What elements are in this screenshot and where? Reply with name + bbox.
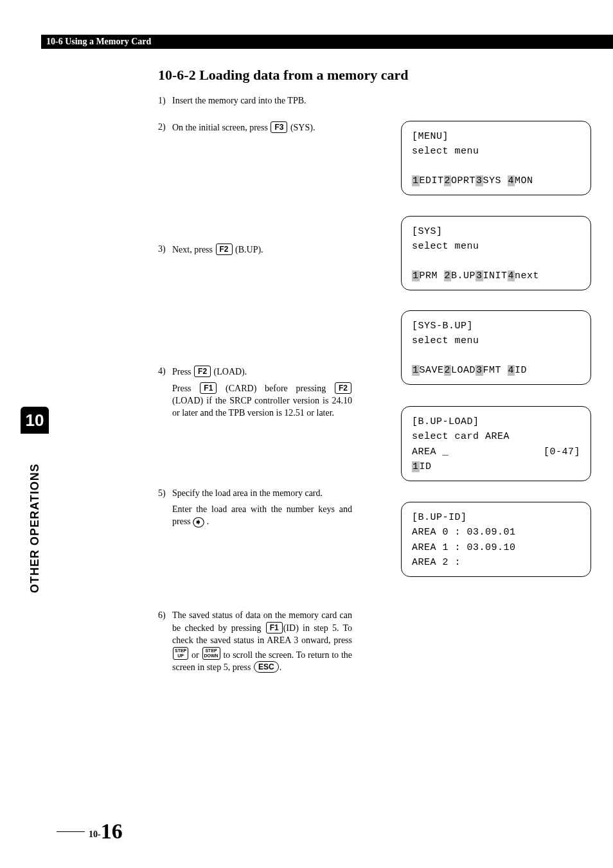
esc-keycap: ESC [254,661,279,673]
f1-keycap: F1 [266,622,283,633]
fn-label: ID [515,365,527,376]
header-breadcrumb: 10-6 Using a Memory Card [46,37,151,47]
text-run: STEP [205,648,217,653]
step-num: 5) [158,488,172,500]
text-run: [0-47] [544,445,580,459]
step-6: 6)The saved status of data on the memory… [158,610,589,674]
screen-line: AREA 0 : 03.09.01 [412,525,580,540]
text-run: STEP [175,648,186,653]
screen-title: [B.UP-ID] [412,510,580,525]
page-prefix: 10- [89,829,101,839]
fn-num: 2 [444,175,452,186]
section-title: 10-6-2 Loading data from a memory card [158,67,589,84]
f2-keycap: F2 [335,382,351,394]
fn-num: 1 [412,270,420,281]
step-num: 3) [158,244,172,256]
fn-num: 3 [475,270,483,281]
fn-label: EDIT [420,175,444,186]
fn-label: next [515,270,539,281]
screen-bup: [SYS-B.UP] select menu 1SAVE2LOAD3FMT 4I… [401,310,591,393]
step-body: Specify the load area in the memory card… [172,488,352,528]
text-run: . [204,517,209,526]
step-num: 4) [158,366,172,378]
step-body: The saved status of data on the memory c… [172,610,352,674]
text-run: DOWN [204,653,218,658]
step-num: 6) [158,610,172,622]
fn-num: 3 [475,175,483,186]
screen-line: select menu [412,333,580,348]
fn-num: 1 [412,175,420,186]
fn-num: 4 [508,270,515,281]
screen-load: [B.UP-LOAD] select card AREA AREA _[0-47… [401,406,591,490]
screen-fn-row: 1ID [412,459,580,474]
text-run: Specify the load area in the memory card… [172,488,323,498]
fn-num: 1 [412,461,420,472]
screen-title: [SYS] [412,224,580,239]
step-down-keycap: STEPDOWN [202,647,220,660]
fn-label: OPRT [451,175,475,186]
fn-num: 2 [444,365,452,376]
step-body: Next, press F2 (B.UP). [172,244,352,256]
text-run: Press [172,384,199,393]
step-subtext: Enter the load area with the number keys… [172,504,352,528]
screen-fn-row: 1SAVE2LOAD3FMT 4ID [412,363,580,378]
step-num: 2) [158,121,172,134]
screen-line: select card AREA [412,429,580,444]
fn-num: 4 [508,365,515,376]
screen-title: [B.UP-LOAD] [412,414,580,429]
f2-keycap: F2 [194,366,211,377]
sidebar: 10 OTHER OPERATIONS [21,407,49,593]
fn-label: PRM [420,270,444,281]
fn-num: 3 [475,365,483,376]
fn-num: 1 [412,365,420,376]
step-num: 1) [158,95,172,107]
text-run: (CARD) before pressing [217,384,334,393]
screen-title: [SYS-B.UP] [412,319,580,333]
fn-label: B.UP [451,270,475,281]
fn-label: SAVE [420,365,444,376]
text-run: (LOAD). [211,367,247,376]
fn-num: 4 [508,175,515,186]
fn-label: FMT [483,365,508,376]
step-1: 1)Insert the memory card into the TPB. [158,95,589,107]
text-run: AREA _ [412,445,449,459]
screen-line: AREA 2 : [412,555,580,570]
text-run: On the initial screen, press [172,123,270,132]
fn-label: INIT [483,270,508,281]
f1-keycap: F1 [200,382,217,394]
text-run: (LOAD) if the SRCP controller version is… [172,396,352,418]
screen-fn-row: 1PRM 2B.UP3INIT4next [412,269,580,283]
step-body: On the initial screen, press F3 (SYS). [172,121,352,134]
screen-id: [B.UP-ID] AREA 0 : 03.09.01 AREA 1 : 03.… [401,502,591,585]
fn-num: 2 [444,270,452,281]
fn-label: SYS [483,175,508,186]
text-run: . [280,662,282,672]
step-body: Insert the memory card into the TPB. [172,95,352,107]
page-number: 10-16 [57,819,123,844]
fn-label: ID [420,461,432,472]
step-body: Press F2 (LOAD). Press F1 (CARD) before … [172,366,352,420]
page-rule-icon [57,831,85,832]
screen-title: [MENU] [412,129,580,144]
fn-label: LOAD [451,365,475,376]
screen-fn-row: 1EDIT2OPRT3SYS 4MON [412,173,580,188]
text-run: Next, press [172,245,215,254]
f2-keycap: F2 [216,244,233,255]
screen-line: select menu [412,144,580,159]
step-subtext: Press F1 (CARD) before pressing F2 (LOAD… [172,382,352,420]
f3-keycap: F3 [271,121,287,133]
enter-arrow-icon: ➧ [193,517,204,527]
text-run: or [189,650,201,660]
chapter-badge: 10 [21,407,49,434]
page-header: 10-6 Using a Memory Card [41,35,613,49]
screen-menu: [MENU] select menu 1EDIT2OPRT3SYS 4MON [401,121,591,204]
screen-line: AREA 1 : 03.09.10 [412,540,580,555]
text-run: (B.UP). [233,245,263,254]
text-run: UP [177,653,184,658]
page-big: 16 [101,819,123,843]
step-up-keycap: STEPUP [173,647,188,660]
screen-line: select menu [412,239,580,254]
fn-label: MON [515,175,533,186]
text-run: Press [172,367,193,376]
screen-sys: [SYS] select menu 1PRM 2B.UP3INIT4next [401,216,591,299]
